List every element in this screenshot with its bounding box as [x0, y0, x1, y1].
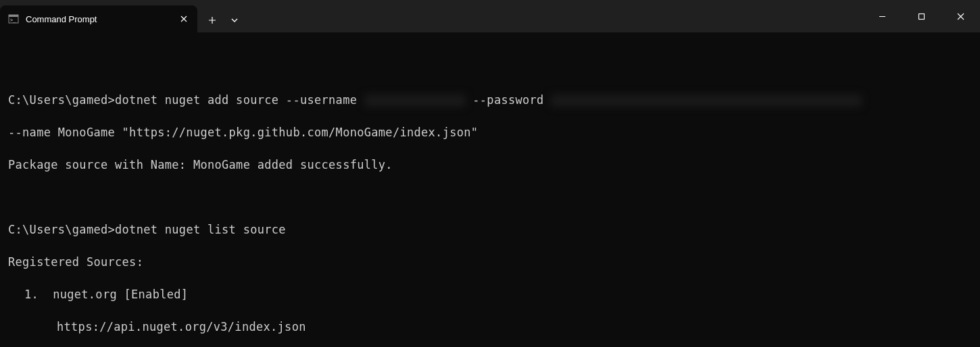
prompt-text: C:\Users\gamed> — [8, 93, 115, 107]
tab-command-prompt[interactable]: >_ Command Prompt — [0, 5, 197, 32]
output-text: Registered Sources: — [8, 255, 143, 269]
cmd-text: dotnet nuget list source — [115, 223, 286, 236]
redacted-password — [551, 95, 862, 107]
svg-rect-3 — [918, 14, 924, 19]
terminal-output[interactable]: C:\Users\gamed>dotnet nuget add source -… — [0, 32, 980, 347]
terminal-line: --name MonoGame "https://nuget.pkg.githu… — [8, 124, 972, 140]
output-text: Package source with Name: MonoGame added… — [8, 158, 393, 171]
tab-title: Command Prompt — [26, 14, 177, 24]
cmd-text: --name MonoGame "https://nuget.pkg.githu… — [8, 126, 478, 139]
terminal-line: C:\Users\gamed>dotnet nuget add source -… — [8, 92, 972, 108]
minimize-button[interactable] — [862, 0, 902, 32]
svg-rect-1 — [9, 15, 18, 17]
source-entry: 1. nuget.org [Enabled] — [8, 286, 972, 302]
new-tab-button[interactable] — [200, 8, 224, 32]
titlebar: >_ Command Prompt — [0, 0, 980, 32]
window-controls — [862, 0, 980, 32]
svg-text:>_: >_ — [10, 18, 16, 23]
redacted-username — [364, 95, 466, 107]
close-button[interactable] — [941, 0, 980, 32]
terminal-line: Package source with Name: MonoGame added… — [8, 157, 972, 173]
source-location: https://api.nuget.org/v3/index.json — [8, 319, 972, 335]
maximize-button[interactable] — [902, 0, 941, 32]
cmd-icon: >_ — [8, 14, 19, 24]
tab-close-button[interactable] — [177, 12, 191, 26]
terminal-line: Registered Sources: — [8, 254, 972, 270]
terminal-line: C:\Users\gamed>dotnet nuget list source — [8, 221, 972, 238]
prompt-text: C:\Users\gamed> — [8, 223, 115, 236]
cmd-text: --password — [466, 93, 551, 107]
tabs-area: >_ Command Prompt — [0, 0, 862, 32]
tab-dropdown-button[interactable] — [224, 8, 245, 32]
terminal-line — [8, 189, 972, 205]
source-name-status: 1. nuget.org [Enabled] — [24, 288, 188, 301]
terminal-line — [8, 59, 972, 76]
cmd-text: dotnet nuget add source --username — [115, 93, 364, 107]
